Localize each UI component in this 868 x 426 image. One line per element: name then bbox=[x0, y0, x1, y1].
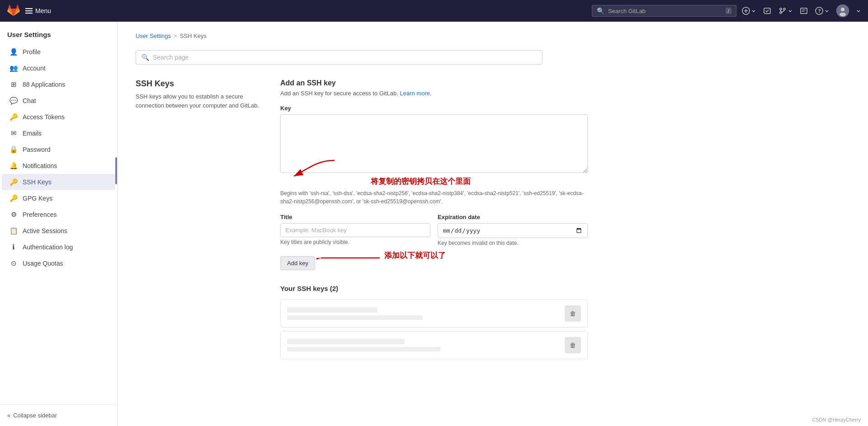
sidebar-item-account[interactable]: 👥 Account bbox=[2, 60, 115, 76]
sidebar-item-label: Password bbox=[23, 146, 50, 153]
sidebar-item-auth-log[interactable]: ℹ Authentication log bbox=[2, 239, 115, 255]
annotation-text-1: 将复制的密钥拷贝在这个里面 bbox=[371, 176, 471, 187]
add-key-button[interactable]: Add key bbox=[280, 256, 315, 270]
expiry-label: Expiration date bbox=[438, 214, 588, 220]
sidebar-item-label: Notifications bbox=[23, 162, 57, 169]
sidebar: User Settings 👤 Profile 👥 Account ⊞ 88 A… bbox=[0, 22, 118, 426]
applications-icon: ⊞ bbox=[9, 80, 18, 89]
sidebar-item-label: Authentication log bbox=[23, 243, 73, 251]
search-input[interactable] bbox=[608, 8, 722, 14]
sidebar-item-password[interactable]: 🔒 Password bbox=[2, 141, 115, 158]
key-textarea[interactable] bbox=[280, 114, 588, 173]
form-section: Add an SSH key Add an SSH key for secure… bbox=[280, 79, 588, 363]
scroll-indicator bbox=[115, 157, 117, 184]
remove-key-button[interactable]: 🗑 bbox=[565, 305, 581, 322]
ssh-key-row: 🗑 bbox=[280, 300, 588, 328]
page-search-input[interactable] bbox=[153, 54, 537, 61]
remove-icon: 🗑 bbox=[570, 342, 576, 349]
svg-point-14 bbox=[841, 8, 844, 11]
sidebar-item-access-tokens[interactable]: 🔑 Access Tokens bbox=[2, 109, 115, 125]
account-icon: 👥 bbox=[9, 64, 18, 72]
expiry-input[interactable] bbox=[438, 223, 588, 238]
sidebar-item-profile[interactable]: 👤 Profile bbox=[2, 44, 115, 60]
collapse-sidebar-button[interactable]: « Collapse sidebar bbox=[0, 404, 117, 426]
annotation-arrow-2 bbox=[316, 247, 389, 269]
learn-more-link[interactable]: Learn more. bbox=[400, 90, 431, 97]
breadcrumb: User Settings > SSH Keys bbox=[136, 33, 850, 39]
section-description: SSH keys allow you to establish a secure… bbox=[136, 92, 262, 110]
chat-icon: 💬 bbox=[9, 97, 18, 105]
sidebar-item-active-sessions[interactable]: 📋 Active Sessions bbox=[2, 223, 115, 239]
svg-text:?: ? bbox=[818, 9, 821, 14]
watermark: CSDN @HerayCherry bbox=[812, 417, 861, 422]
usage-quotas-icon: ⊙ bbox=[9, 259, 18, 267]
key-hint: Begins with 'ssh-rsa', 'ssh-dss', 'ecdsa… bbox=[280, 189, 588, 206]
svg-point-15 bbox=[840, 13, 846, 16]
gitlab-logo bbox=[7, 5, 20, 17]
sidebar-item-applications[interactable]: ⊞ 88 Applications bbox=[2, 76, 115, 93]
title-input[interactable] bbox=[280, 223, 430, 237]
title-expiry-row: Title Key titles are publicly visible. E… bbox=[280, 214, 588, 246]
svg-rect-8 bbox=[801, 8, 807, 14]
ssh-key-info bbox=[287, 307, 565, 320]
collapse-chevron-icon: « bbox=[7, 412, 10, 419]
add-key-section: Add key 添加以下就可以了 bbox=[280, 249, 315, 270]
slash-badge: / bbox=[726, 8, 731, 14]
avatar-chevron[interactable] bbox=[856, 9, 861, 13]
password-icon: 🔒 bbox=[9, 145, 18, 154]
sidebar-title: User Settings bbox=[0, 22, 117, 44]
top-navbar: Menu 🔍 / bbox=[0, 0, 868, 22]
form-subtext-text: Add an SSH key for secure access to GitL… bbox=[280, 90, 398, 97]
breadcrumb-separator: > bbox=[174, 33, 177, 39]
title-hint: Key titles are publicly visible. bbox=[280, 239, 430, 245]
sidebar-item-label: Chat bbox=[23, 97, 36, 104]
sidebar-item-label: SSH Keys bbox=[23, 178, 52, 186]
code-review-icon[interactable] bbox=[763, 7, 771, 15]
sidebar-item-preferences[interactable]: ⚙ Preferences bbox=[2, 206, 115, 223]
search-icon: 🔍 bbox=[597, 7, 604, 14]
auth-log-icon: ℹ bbox=[9, 243, 18, 251]
breadcrumb-current: SSH Keys bbox=[180, 33, 207, 39]
hamburger-icon bbox=[25, 8, 33, 14]
merge-requests-icon[interactable] bbox=[778, 7, 793, 15]
sidebar-item-label: Account bbox=[23, 65, 46, 72]
title-label: Title bbox=[280, 214, 430, 220]
sidebar-item-label: Profile bbox=[23, 48, 41, 56]
sidebar-item-emails[interactable]: ✉ Emails bbox=[2, 125, 115, 141]
title-group: Title Key titles are publicly visible. bbox=[280, 214, 430, 246]
global-search[interactable]: 🔍 / bbox=[592, 5, 736, 17]
new-button[interactable] bbox=[742, 7, 756, 15]
sidebar-item-label: Preferences bbox=[23, 211, 57, 218]
your-ssh-keys-title: Your SSH keys (2) bbox=[280, 285, 588, 292]
sidebar-item-ssh-keys[interactable]: 🔑 SSH Keys bbox=[2, 174, 115, 190]
sidebar-item-usage-quotas[interactable]: ⊙ Usage Quotas bbox=[2, 255, 115, 272]
key-label: Key bbox=[280, 105, 588, 112]
svg-point-4 bbox=[780, 8, 782, 10]
menu-button[interactable]: Menu bbox=[25, 7, 51, 14]
ssh-key-row: 🗑 bbox=[280, 331, 588, 359]
user-avatar[interactable] bbox=[836, 5, 849, 17]
breadcrumb-parent[interactable]: User Settings bbox=[136, 33, 171, 39]
sidebar-item-label: Emails bbox=[23, 130, 42, 137]
remove-key-button[interactable]: 🗑 bbox=[565, 337, 581, 353]
help-icon[interactable]: ? bbox=[815, 7, 829, 15]
sidebar-item-gpg-keys[interactable]: 🔑 GPG Keys bbox=[2, 190, 115, 206]
menu-label: Menu bbox=[35, 7, 51, 14]
expiry-hint: Key becomes invalid on this date. bbox=[438, 240, 588, 246]
sidebar-item-label: Access Tokens bbox=[23, 113, 65, 121]
profile-icon: 👤 bbox=[9, 48, 18, 56]
page-layout: User Settings 👤 Profile 👥 Account ⊞ 88 A… bbox=[0, 22, 868, 426]
sidebar-item-notifications[interactable]: 🔔 Notifications bbox=[2, 158, 115, 174]
preferences-icon: ⚙ bbox=[9, 211, 18, 219]
left-section: SSH Keys SSH keys allow you to establish… bbox=[136, 79, 262, 363]
todo-icon[interactable] bbox=[800, 7, 808, 15]
page-search-box[interactable]: 🔍 bbox=[136, 50, 542, 65]
remove-icon: 🗑 bbox=[570, 310, 576, 317]
page-search-icon: 🔍 bbox=[142, 54, 149, 61]
sidebar-item-chat[interactable]: 💬 Chat bbox=[2, 93, 115, 109]
ssh-keys-icon: 🔑 bbox=[9, 178, 18, 186]
sidebar-item-label: Usage Quotas bbox=[23, 260, 63, 267]
svg-point-6 bbox=[783, 8, 785, 10]
access-tokens-icon: 🔑 bbox=[9, 113, 18, 121]
annotation-text-2: 添加以下就可以了 bbox=[384, 250, 446, 261]
